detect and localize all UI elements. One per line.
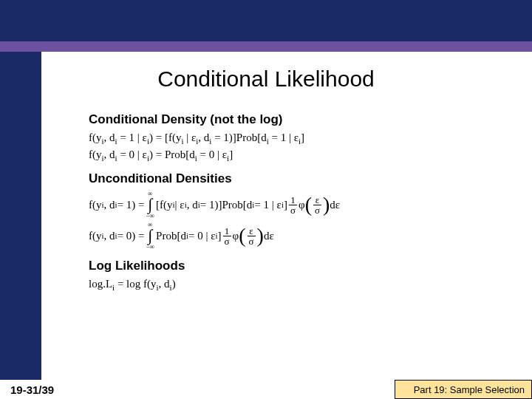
eq-text: ] [301,132,304,143]
eq-text: f(y [89,149,102,160]
footer: 19-31/39 Part 19: Sample Selection [0,380,532,399]
equation-cond-d1: f(yi, di = 1 | εi) = [f(yi | εi, di = 1)… [89,132,502,146]
frac-den: σ [313,205,321,215]
eq-text: | ε [175,199,185,211]
eq-text: , d [104,132,115,143]
equation-uncond-d1: f(yi, di = 1) = ∞ ∫ −∞ [f(yi | εi, di = … [89,191,502,219]
paren-eps-sigma: ( ε σ ) [305,195,330,215]
frac-num: 1 [289,195,297,205]
eq-text: , d [187,199,198,211]
eq-text: = 1 | ε [254,199,282,211]
frac-den: σ [248,236,256,246]
fraction-1-sigma: 1 σ [289,195,297,215]
eq-text: = 0 | ε [188,230,216,242]
eq-text: = 1) = [117,199,145,211]
equation-loglik: log.Li = log f(yi, di) [89,278,502,292]
eq-text: = 0 | ε [117,149,147,160]
eq-text: ] [218,230,222,242]
slide: Conditional Likelihood Conditional Densi… [0,0,532,399]
section-heading-loglik: Log Likelihoods [89,259,502,273]
section-heading-conditional: Conditional Density (not the log) [89,112,502,127]
eq-text: Prob[d [156,230,186,242]
frac-den: σ [289,205,297,215]
eq-text: dε [264,230,274,242]
eq-text: ) [172,278,176,290]
eq-text: = 0 | ε [197,149,227,160]
eq-text: = log f(y [115,278,156,290]
eq-text: f(y [89,199,102,211]
eq-text: , d [198,132,209,143]
eq-text: [f(y [156,199,173,211]
equation-uncond-d0: f(yi, di = 0) = ∞ ∫ −∞ Prob[di = 0 | εi]… [89,222,502,250]
equation-cond-d0: f(yi, di = 0 | εi) = Prob[di = 0 | εi] [89,149,502,163]
eq-text: | ε [183,132,196,143]
eq-text: = 1)]Prob[d [211,132,266,143]
eq-text: , d [104,199,115,211]
eq-text: f(y [89,230,102,242]
paren-eps-sigma: ( ε σ ) [239,226,264,246]
frac-den: σ [223,236,231,246]
eq-text: ] [229,149,233,160]
int-lower: −∞ [146,244,155,250]
eq-text: , d [159,278,170,290]
eq-text: φ [299,199,305,211]
slide-number: 19-31/39 [10,383,54,396]
section-heading-unconditional: Unconditional Densities [89,171,502,186]
eq-text: φ [233,230,239,242]
frac-num: ε [314,195,321,205]
eq-text: = 1)]Prob[d [200,199,253,211]
eq-text: = 1 | ε [269,132,299,143]
fraction-1-sigma: 1 σ [223,226,231,246]
frac-num: ε [248,226,254,236]
int-lower: −∞ [146,213,155,219]
left-bar [0,52,41,380]
eq-text: ] [284,199,287,211]
slide-title: Conditional Likelihood [0,66,532,92]
integral-icon: ∞ ∫ −∞ [146,222,155,250]
top-bar [0,0,532,41]
integral-icon: ∞ ∫ −∞ [146,191,155,219]
eq-text: , d [104,230,115,242]
eq-text: = 1 | ε [117,132,147,143]
part-label: Part 19: Sample Selection [414,384,525,395]
eq-text: ) = [f(y [149,132,181,143]
eq-text: dε [330,199,340,211]
slide-content: Conditional Density (not the log) f(yi, … [89,103,502,295]
eq-text: log.L [89,278,112,290]
frac-num: 1 [223,226,231,236]
eq-text: , d [104,149,115,160]
eq-text: f(y [89,132,102,143]
accent-bar [0,41,532,52]
eq-text: = 0) = [117,230,145,242]
eq-text: ) = Prob[d [149,149,195,160]
